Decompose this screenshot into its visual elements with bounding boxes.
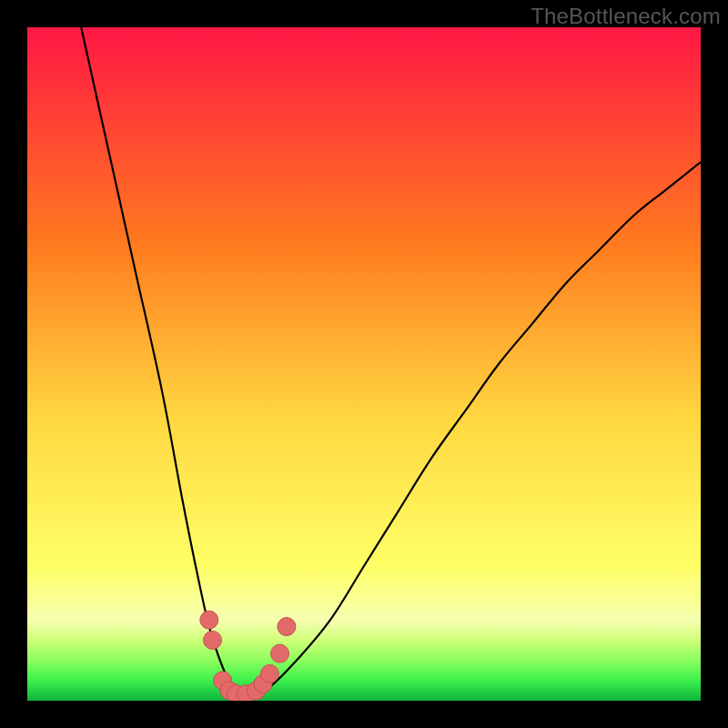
- curve-marker: [260, 664, 278, 682]
- curve-marker: [278, 618, 296, 636]
- curve-marker: [271, 644, 289, 662]
- watermark-text: TheBottleneck.com: [531, 4, 721, 29]
- heat-background: [27, 27, 701, 701]
- curve-marker: [204, 631, 222, 649]
- plot-area: [27, 27, 701, 701]
- plot-svg: [27, 27, 701, 701]
- curve-marker: [200, 611, 218, 629]
- chart-frame: TheBottleneck.com: [0, 0, 728, 728]
